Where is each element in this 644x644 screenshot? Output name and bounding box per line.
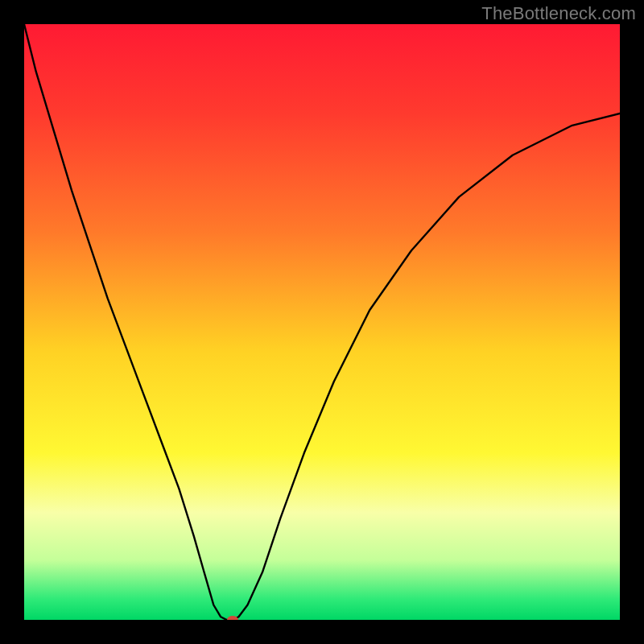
chart-svg xyxy=(24,24,620,620)
plot-area xyxy=(24,24,620,620)
watermark-text: TheBottleneck.com xyxy=(481,3,636,24)
chart-frame: TheBottleneck.com xyxy=(0,0,644,644)
gradient-background xyxy=(24,24,620,620)
